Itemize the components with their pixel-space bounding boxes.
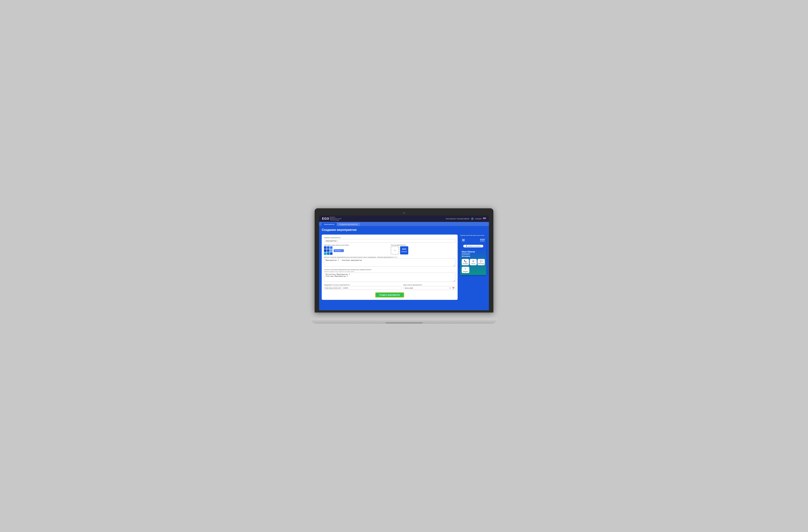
screen: EGO Digital Business Card Technology Мои… <box>319 215 489 310</box>
page-title: Создание мероприятия <box>322 228 486 232</box>
color-cell-6 <box>330 249 332 252</box>
color-cell-3 <box>330 246 332 249</box>
logo-ego-text: EGO <box>322 217 329 221</box>
email-icon: ✉ <box>472 260 474 263</box>
card-add-contact-button[interactable]: 👤 Добавить в контакты <box>463 245 483 247</box>
card-header: EGO BUSINESS <box>460 238 486 243</box>
url-suffix-input[interactable] <box>342 286 402 290</box>
color-scheme-label: Цветовая схема визиток участников <box>324 244 388 246</box>
date-clear-button[interactable]: ✕ <box>448 286 452 290</box>
telegram-label: Telegram <box>463 271 468 272</box>
color-cell-4 <box>324 249 327 252</box>
url-section: Придумайте ссылку на мероприятие * https… <box>324 284 402 290</box>
navbar-right: Мои визитки / Личный кабинет 👤 example <box>446 217 486 220</box>
statuses-field: Статусы участников мероприятия для выбор… <box>324 269 455 283</box>
logo-upload: + EGOBUSINESS <box>391 246 455 254</box>
card-company: Компания <box>462 253 485 255</box>
color-cell-7 <box>324 252 327 255</box>
card-whatsapp-button[interactable]: 💬 WhatsApp <box>478 259 485 265</box>
color-preview: Выбрать... <box>324 246 388 255</box>
telegram-icon: ✈ <box>464 268 466 270</box>
username-label: example <box>475 218 481 220</box>
color-cell-2 <box>327 246 330 249</box>
date-input[interactable] <box>404 286 448 290</box>
preview-title: Пример визитной карты участника <box>460 234 486 236</box>
color-grid <box>324 246 332 255</box>
card-telegram-button[interactable]: ✈ Telegram <box>462 267 469 273</box>
svg-rect-3 <box>463 240 464 241</box>
create-btn-row: Создать мероприятие <box>324 292 455 298</box>
person-icon: 👤 <box>466 245 467 247</box>
card-position: Менеджер <box>462 255 485 258</box>
url-prefix: https://ego.cards/event/ <box>324 286 342 290</box>
create-event-button[interactable]: Создать мероприятие <box>375 292 404 298</box>
user-icon: 👤 <box>471 217 474 220</box>
phone-label: Телефон <box>463 263 468 264</box>
laptop-camera <box>403 212 405 214</box>
date-input-row: ✕ 📅 <box>403 286 455 290</box>
event-name-field: Название мероприятия * <box>324 237 455 243</box>
color-choose-button[interactable]: Выбрать... <box>334 249 344 252</box>
color-cell-8 <box>327 252 330 255</box>
card-person-name: Иван Иванов <box>462 250 485 253</box>
statuses-input[interactable]: Посетитель Мероприятия 1 Участник Меропр… <box>324 272 455 282</box>
nav-links[interactable]: Мои визитки / Личный кабинет <box>446 218 470 220</box>
svg-rect-1 <box>463 239 464 240</box>
svg-rect-0 <box>462 239 463 240</box>
event-name-input[interactable] <box>324 239 455 243</box>
color-cell-9 <box>330 252 332 255</box>
description-label: Краткое описание мероприятия для участни… <box>324 256 455 258</box>
bottom-contact-row: ✈ Telegram <box>462 266 485 273</box>
business-card: EGO BUSINESS 👤 Добавить в контакты <box>460 238 486 275</box>
color-cell-5 <box>327 249 330 252</box>
date-section: Дата начала мероприятия * ✕ 📅 <box>403 284 455 290</box>
card-email-button[interactable]: ✉ Почта <box>470 259 477 265</box>
card-body: Иван Иванов Компания Менеджер 📞 Телефон <box>460 249 486 275</box>
breadcrumb-tabs: Мероприятия Создание мероприятия <box>319 222 489 226</box>
color-section: Цветовая схема визиток участников <box>324 244 388 255</box>
whatsapp-icon: 💬 <box>480 260 482 263</box>
logo-ego-preview: EGOBUSINESS <box>400 246 408 254</box>
card-header-icon <box>462 239 465 242</box>
color-logo-row: Цветовая схема визиток участников <box>324 244 455 255</box>
card-add-contact-wrapper: 👤 Добавить в контакты <box>460 243 486 249</box>
url-input-row: https://ego.cards/event/ <box>324 286 402 290</box>
statuses-hint: Укажите каждый статус отдельно на своей … <box>324 271 455 272</box>
whatsapp-label: WhatsApp <box>478 263 484 264</box>
logo-upload-button[interactable]: + <box>391 246 399 254</box>
card-phone-button[interactable]: 📞 Телефон <box>462 259 469 265</box>
card-ego-logo: EGO BUSINESS <box>480 239 485 242</box>
navbar: EGO Digital Business Card Technology Мои… <box>319 215 489 222</box>
logo-label: Логотип мероприятия <box>391 244 455 246</box>
laptop-base <box>311 319 497 324</box>
logo-section: Логотип мероприятия + EGOBUSINESS <box>391 244 455 255</box>
description-field: Краткое описание мероприятия для участни… <box>324 256 455 267</box>
event-name-label: Название мероприятия * <box>324 237 455 239</box>
main-content: Создание мероприятия Название мероприяти… <box>319 226 489 310</box>
color-cell-1 <box>324 246 327 249</box>
brand-logo: EGO Digital Business Card Technology <box>322 216 342 221</box>
form-and-preview: Название мероприятия * Цветовая схема ви… <box>322 234 486 300</box>
url-date-row: Придумайте ссылку на мероприятие * https… <box>324 284 455 290</box>
url-label: Придумайте ссылку на мероприятие * <box>324 284 402 286</box>
logo-ego-label: EGOBUSINESS <box>401 248 407 253</box>
date-label: Дата начала мероприятия * <box>403 284 455 286</box>
logo-sub-text: Digital Business Card Technology <box>330 216 342 221</box>
preview-section: Пример визитной карты участника <box>460 234 486 300</box>
email-label: Почта <box>472 263 475 264</box>
statuses-label: Статусы участников мероприятия для выбор… <box>324 269 455 270</box>
phone-icon: 📞 <box>464 260 467 263</box>
form-card: Название мероприятия * Цветовая схема ви… <box>322 234 458 300</box>
tab-events[interactable]: Мероприятия <box>322 223 336 226</box>
card-contact-buttons: 📞 Телефон ✉ Почта 💬 Wh <box>462 259 485 265</box>
flag-icon <box>483 218 486 220</box>
svg-rect-2 <box>462 240 463 241</box>
description-input[interactable]: Мероприятие 1 - описание мероприятия <box>324 259 455 267</box>
date-calendar-button[interactable]: 📅 <box>452 286 455 290</box>
tab-create-event[interactable]: Создание мероприятия <box>337 223 360 226</box>
